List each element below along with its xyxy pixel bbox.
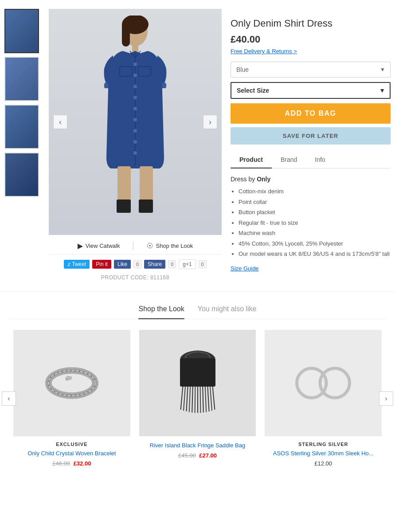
feature-6: 45% Cotton, 30% Lyocell, 25% Polyester <box>239 239 391 248</box>
tweet-label: Tweet <box>72 261 86 267</box>
svg-rect-2 <box>122 22 130 47</box>
share-count: 0 <box>168 260 176 268</box>
product-info-panel: Only Denim Shirt Dress £40.00 Free Deliv… <box>231 9 391 282</box>
facebook-like-button[interactable]: Like <box>114 260 131 269</box>
svg-rect-19 <box>140 166 153 202</box>
card-prices-2: £45.00 £27.00 <box>139 452 256 459</box>
svg-line-29 <box>184 387 185 411</box>
tab-info[interactable]: Info <box>306 152 334 168</box>
dress-figure <box>86 16 184 228</box>
product-card-1[interactable]: EXCLUSIVE Only Child Crystal Woven Brace… <box>9 330 135 467</box>
image-prev-arrow[interactable]: ‹ <box>53 115 67 129</box>
product-cards-list: EXCLUSIVE Only Child Crystal Woven Brace… <box>9 330 386 467</box>
save-for-later-button[interactable]: SAVE FOR LATER <box>231 127 391 145</box>
shop-the-look-link[interactable]: ☉ Shop the Look <box>147 242 193 250</box>
social-share-bar: 𝕫 Tweet Pin it Like 0 Share 0 g+1 0 <box>49 255 222 273</box>
svg-line-37 <box>205 387 206 412</box>
cards-next-arrow[interactable]: › <box>379 391 393 406</box>
thumbnail-3[interactable] <box>4 105 39 149</box>
product-code-label: PRODUCT CODE: <box>101 274 149 281</box>
google-label: g+1 <box>183 261 192 267</box>
product-card-2[interactable]: River Island Black Fringe Saddle Bag £45… <box>135 330 261 467</box>
feature-3: Button placket <box>239 208 391 217</box>
svg-line-30 <box>186 387 188 411</box>
svg-line-40 <box>212 387 215 410</box>
svg-line-33 <box>195 387 195 413</box>
card-price-old-2: £45.00 <box>178 452 196 459</box>
add-to-bag-button[interactable]: ADD TO BAG <box>231 103 391 124</box>
svg-point-12 <box>133 118 137 121</box>
svg-point-15 <box>133 151 137 155</box>
product-price: £40.00 <box>231 34 391 45</box>
thumbnail-4[interactable] <box>4 153 39 197</box>
size-select-wrap: Select Size XS S M L XL ▼ <box>231 82 391 99</box>
bottom-tab-also-like[interactable]: You might also like <box>198 305 257 319</box>
image-actions-bar: ▶ View Catwalk ☉ Shop the Look <box>49 235 222 255</box>
size-select[interactable]: Select Size XS S M L XL <box>231 82 391 99</box>
product-by-line: Dress by Only <box>231 176 391 183</box>
bottom-tab-shop-look[interactable]: Shop the Look <box>138 305 184 319</box>
svg-line-32 <box>192 387 193 412</box>
svg-point-14 <box>133 140 137 144</box>
feature-5: Machine wash <box>239 229 391 238</box>
product-title: Only Denim Shirt Dress <box>231 18 391 29</box>
image-next-arrow[interactable]: › <box>203 115 217 129</box>
share-label: Share <box>148 261 162 267</box>
card-badge-3: STERLING SILVER <box>265 442 382 447</box>
product-code-bar: PRODUCT CODE: 811168 <box>49 273 222 282</box>
thumbnail-1[interactable] <box>4 9 39 53</box>
card-badge-1: EXCLUSIVE <box>13 442 130 447</box>
product-code-value: 811168 <box>150 274 169 281</box>
thumbnail-list <box>4 9 40 282</box>
facebook-share-button[interactable]: Share <box>144 260 165 269</box>
feature-4: Regular fit - true to size <box>239 219 391 227</box>
tab-brand[interactable]: Brand <box>272 152 306 168</box>
feature-7: Our model wears a UK 8/EU 36/US 4 and is… <box>239 250 391 258</box>
svg-rect-20 <box>117 200 131 213</box>
main-image-section: ‹ <box>49 9 222 282</box>
view-catwalk-label: View Catwalk <box>86 243 120 249</box>
play-icon: ▶ <box>78 242 83 250</box>
card-prices-3: £12.00 <box>265 460 382 467</box>
product-section: ‹ <box>0 0 395 291</box>
svg-rect-21 <box>139 200 153 213</box>
brand-name: Only <box>257 176 270 183</box>
card-prices-1: £46.00 £32.00 <box>13 460 130 467</box>
svg-point-11 <box>133 107 137 110</box>
google-count: 0 <box>199 260 207 268</box>
svg-point-8 <box>133 74 137 77</box>
svg-rect-18 <box>117 166 131 202</box>
color-select-wrap: Blue Black White ▼ <box>231 62 391 78</box>
svg-line-31 <box>189 387 190 412</box>
cards-prev-arrow[interactable]: ‹ <box>2 391 16 406</box>
svg-rect-27 <box>180 358 215 387</box>
twitter-icon: 𝕫 <box>67 261 70 267</box>
free-delivery-link[interactable]: Free Delivery & Returns > <box>231 48 391 55</box>
product-card-3[interactable]: STERLING SILVER ASOS Sterling Silver 30m… <box>260 330 386 467</box>
google-plus-button[interactable]: g+1 <box>179 259 196 269</box>
svg-point-9 <box>133 85 137 88</box>
feature-2: Point collar <box>239 198 391 207</box>
svg-line-36 <box>203 387 203 412</box>
card-price-old-1: £46.00 <box>52 460 70 467</box>
card-name-3: ASOS Sterling Silver 30mm Sleek Ho... <box>265 450 382 458</box>
thumbnail-2[interactable] <box>4 57 39 101</box>
action-divider <box>133 241 133 250</box>
features-list: Cotton-mix denim Point collar Button pla… <box>231 187 391 258</box>
earrings-svg <box>283 352 363 414</box>
tab-product[interactable]: Product <box>231 152 272 168</box>
color-select[interactable]: Blue Black White <box>231 62 391 78</box>
bag-svg <box>162 339 233 427</box>
svg-point-13 <box>133 129 137 133</box>
pinterest-button[interactable]: Pin it <box>92 260 111 269</box>
bottom-tabs: Shop the Look You might also like <box>9 305 386 319</box>
card-price-new-2: £27.00 <box>199 452 217 459</box>
tweet-button[interactable]: 𝕫 Tweet <box>64 260 90 269</box>
card-image-2 <box>139 330 256 436</box>
card-name-2: River Island Black Fringe Saddle Bag <box>139 442 256 450</box>
svg-point-41 <box>297 368 327 398</box>
view-catwalk-link[interactable]: ▶ View Catwalk <box>78 242 120 250</box>
size-guide-link[interactable]: Size Guide <box>231 265 259 272</box>
product-tabs: Product Brand Info <box>231 152 391 168</box>
svg-point-7 <box>133 63 137 66</box>
